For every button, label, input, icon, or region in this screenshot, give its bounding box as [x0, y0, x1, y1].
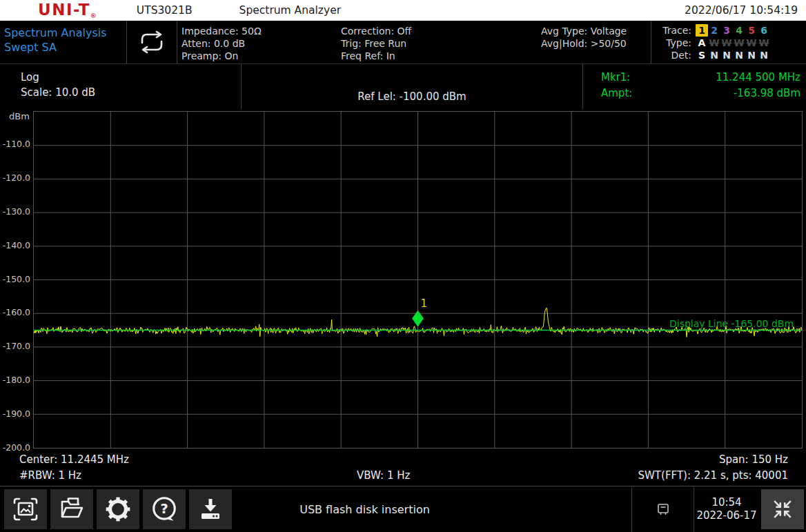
atten-readout: Atten: 0.0 dB — [181, 37, 341, 50]
trace-1-type: A — [696, 37, 708, 49]
trace-1-det: S — [696, 49, 708, 61]
app-title: Spectrum Analzyer — [239, 4, 342, 17]
trace-4-type: W — [733, 37, 745, 49]
loop-sweep-icon — [137, 30, 167, 54]
scale-marker-bar: Log Scale: 10.0 dB Ref Lel: -100.00 dBm … — [0, 63, 806, 109]
y-tick: -110.0 — [3, 139, 30, 149]
trace-6-type: W — [758, 37, 770, 49]
scale-value: Scale: 10.0 dB — [21, 85, 241, 100]
avg-settings-readout: Avg Type: Voltage Avg|Hold: >50/50 — [541, 21, 651, 63]
clock-time: 10:54 — [694, 496, 759, 509]
header-datetime: 2022/06/17 10:54:19 — [685, 4, 798, 17]
trace-1-button[interactable]: 1 — [696, 24, 708, 37]
marker-readout: Mkr1: 11.244 500 MHz Ampt: -163.98 dBm — [583, 64, 806, 109]
mode-title[interactable]: Spectrum Analysis Swept SA — [0, 21, 126, 63]
collapse-toolbar-button[interactable] — [761, 489, 804, 529]
preamp-readout: Preamp: On — [181, 50, 341, 62]
vbw-readout: VBW: 1 Hz — [129, 468, 638, 484]
y-tick: -140.0 — [3, 240, 30, 250]
avg-type-readout: Avg Type: Voltage — [541, 25, 651, 37]
mode-status-bar: Spectrum Analysis Swept SA Impedance: 50… — [0, 21, 806, 63]
save-download-icon — [197, 495, 224, 523]
display-line-label: Display Line -165.00 dBm — [669, 318, 794, 329]
type-row-label: Type: — [658, 37, 691, 49]
rbw-readout: #RBW: 1 Hz — [19, 468, 129, 484]
y-tick: -120.0 — [3, 173, 30, 183]
y-axis: -110.0 -120.0 -130.0 -140.0 -150.0 -160.… — [0, 111, 32, 449]
scale-readout: Log Scale: 10.0 dB — [0, 64, 241, 109]
y-tick: -170.0 — [3, 341, 30, 351]
trace-6-det: N — [758, 49, 770, 61]
mode-line1: Spectrum Analysis — [4, 26, 126, 40]
save-to-usb-button[interactable] — [189, 489, 232, 529]
trace-4-det: N — [733, 49, 745, 61]
help-button[interactable]: ? — [143, 489, 186, 529]
y-tick: -130.0 — [3, 206, 30, 217]
file-open-button[interactable] — [50, 489, 93, 529]
settings-gear-icon — [104, 495, 132, 524]
trace-5-button[interactable]: 5 — [745, 24, 758, 37]
avg-hold-readout: Avg|Hold: >50/50 — [541, 37, 651, 50]
y-tick: -150.0 — [3, 274, 30, 284]
freq-annotations: Center: 11.2445 MHz #RBW: 1 Hz — [19, 452, 129, 486]
file-open-icon — [58, 495, 86, 523]
span-annotations: Span: 150 Hz SWT(FFT): 2.21 s, pts: 4000… — [638, 452, 788, 486]
usb-disk-indicator — [632, 501, 694, 518]
sweep-annotation-bar: Center: 11.2445 MHz #RBW: 1 Hz VBW: 1 Hz… — [0, 450, 806, 486]
model-number: UTS3021B — [137, 4, 193, 17]
brand-text: UNI-T — [38, 1, 90, 19]
scale-type: Log — [21, 70, 241, 85]
correction-readout: Correction: Off — [341, 25, 541, 37]
help-icon: ? — [150, 495, 179, 524]
brand-logo: UNI-T® — [38, 2, 97, 19]
det-row-label: Det: — [658, 49, 691, 61]
trace-2-type: W — [708, 37, 720, 49]
usb-disk-icon — [655, 501, 671, 518]
trace-5-type: W — [745, 37, 758, 49]
trace-3-type: W — [720, 37, 733, 49]
trig-readout: Trig: Free Run — [341, 37, 541, 50]
spectrum-trace-svg: Display Line -165.00 dBm1 — [34, 112, 802, 448]
trace-row-label: Trace: — [658, 24, 691, 37]
collapse-arrows-icon — [772, 499, 793, 520]
y-tick: -200.0 — [3, 442, 30, 453]
trace-row: Trace: 1 2 3 4 5 6 — [658, 24, 802, 37]
trigger-settings-readout: Correction: Off Trig: Free Run Freq Ref:… — [341, 21, 541, 63]
y-tick: -160.0 — [3, 307, 30, 317]
swt-readout: SWT(FFT): 2.21 s, pts: 40001 — [638, 468, 788, 484]
ampt-value: -163.98 dBm — [734, 86, 800, 101]
ref-level-readout: Ref Lel: -100.00 dBm — [242, 64, 582, 109]
span-readout: Span: 150 Hz — [638, 452, 788, 468]
bottom-toolbar: ? USB flash disk insertion 10:54 2022-06… — [0, 486, 806, 532]
settings-button[interactable] — [97, 489, 139, 529]
trace-2-det: N — [708, 49, 720, 61]
trace-plot-area: Display Line -165.00 dBm1 — [33, 111, 803, 449]
svg-text:?: ? — [160, 500, 168, 517]
mode-line2: Swept SA — [4, 40, 126, 55]
det-row: Det: S N N N N N — [658, 49, 802, 61]
y-tick: -180.0 — [3, 375, 30, 385]
y-tick: -190.0 — [3, 408, 30, 419]
type-row: Type: A W W W W W — [658, 37, 802, 49]
trace-2-button[interactable]: 2 — [708, 24, 720, 37]
input-settings-readout: Impedance: 50Ω Atten: 0.0 dB Preamp: On — [177, 21, 341, 63]
clock-readout: 10:54 2022-06-17 — [694, 496, 759, 522]
screenshot-icon — [12, 495, 39, 523]
status-message: USB flash disk insertion — [232, 503, 631, 516]
trace-6-button[interactable]: 6 — [758, 24, 770, 37]
trace-3-button[interactable]: 3 — [720, 24, 733, 37]
registered-mark: ® — [90, 12, 97, 19]
vbw-annotation: VBW: 1 Hz — [129, 452, 638, 486]
ampt-label: Ampt: — [601, 86, 632, 101]
center-freq-readout: Center: 11.2445 MHz — [19, 452, 129, 468]
trace-5-det: N — [745, 49, 758, 61]
impedance-readout: Impedance: 50Ω — [181, 25, 341, 37]
marker-number: 1 — [420, 297, 427, 310]
continuous-sweep-toggle[interactable] — [127, 21, 177, 63]
screenshot-button[interactable] — [4, 489, 47, 529]
clock-date: 2022-06-17 — [694, 509, 759, 522]
marker-diamond — [412, 311, 424, 327]
grid-lines — [34, 112, 802, 448]
trace-status-table: Trace: 1 2 3 4 5 6 Type: A W W W W W Det… — [651, 21, 806, 63]
trace-4-button[interactable]: 4 — [733, 24, 745, 37]
